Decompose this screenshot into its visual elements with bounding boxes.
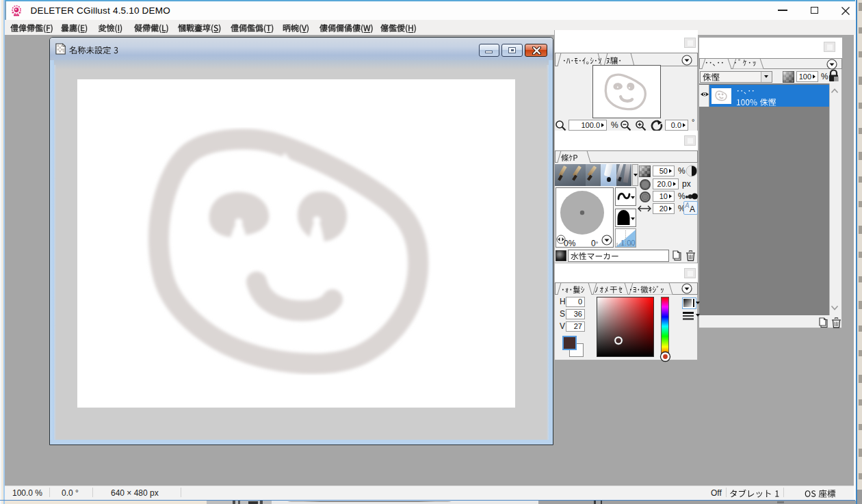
- svg-text:1.00: 1.00: [621, 239, 635, 247]
